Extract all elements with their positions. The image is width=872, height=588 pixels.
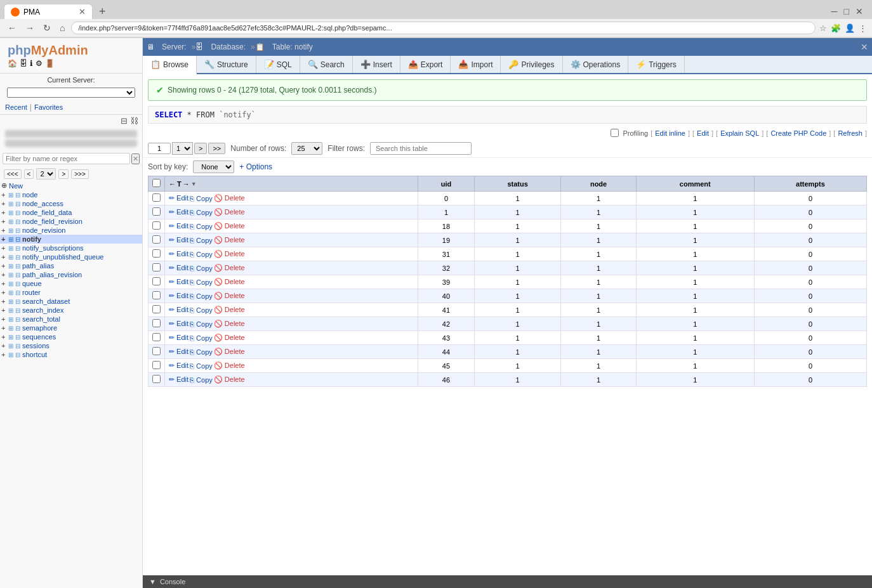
row-checkbox-cell[interactable] (149, 219, 165, 233)
reload-button[interactable]: ↻ (41, 22, 53, 34)
database-breadcrumb[interactable]: Database: (206, 40, 251, 54)
copy-link[interactable]: ⎘ Copy (190, 265, 213, 272)
tree-item-path-alias[interactable]: + ⊞ ⊟ path_alias (0, 261, 142, 270)
node-header[interactable]: node (561, 176, 636, 192)
row-checkbox[interactable] (152, 347, 161, 355)
refresh-link[interactable]: Refresh (838, 129, 862, 137)
delete-link[interactable]: 🚫 Delete (214, 320, 245, 328)
row-checkbox[interactable] (152, 361, 161, 369)
edit-link[interactable]: ✏ Edit (169, 320, 188, 328)
row-checkbox[interactable] (152, 277, 161, 285)
tab-search[interactable]: 🔍Search (300, 56, 353, 73)
profile-icon[interactable]: 👤 (845, 23, 855, 33)
reload-nav-button[interactable]: ⛓ (130, 116, 138, 126)
favorites-tab[interactable]: Favorites (34, 103, 63, 112)
edit-link[interactable]: ✏ Edit (169, 194, 188, 202)
maximize-icon[interactable]: □ (844, 6, 849, 16)
tree-item-sessions[interactable]: + ⊞ ⊟ sessions (0, 341, 142, 350)
tree-page-select[interactable]: 2 (36, 168, 56, 180)
copy-link[interactable]: ⎘ Copy (190, 292, 213, 300)
row-checkbox-cell[interactable] (149, 192, 165, 206)
tree-nav-last-button[interactable]: >>> (71, 169, 89, 179)
copy-link[interactable]: ⎘ Copy (190, 306, 213, 314)
tree-item-node-revision[interactable]: + ⊞ ⊟ node_revision (0, 226, 142, 235)
tree-item-node-access[interactable]: + ⊞ ⊟ node_access (0, 199, 142, 208)
options-link[interactable]: + Options (239, 162, 272, 171)
tab-browse[interactable]: 📋Browse (143, 56, 197, 74)
rows-select[interactable]: 25 50 100 (291, 142, 322, 155)
row-checkbox-cell[interactable] (149, 206, 165, 219)
tab-sql[interactable]: 📝SQL (256, 56, 300, 73)
server-breadcrumb[interactable]: Server: (157, 40, 192, 54)
row-checkbox-cell[interactable] (149, 275, 165, 289)
copy-link[interactable]: ⎘ Copy (190, 223, 213, 230)
tree-item-search-total[interactable]: + ⊞ ⊟ search_total (0, 315, 142, 323)
page-input[interactable] (148, 143, 171, 154)
row-checkbox[interactable] (152, 305, 161, 313)
tree-nav-next-button[interactable]: > (58, 169, 69, 179)
house-icon[interactable]: 🏠 (8, 59, 17, 68)
edit-inline-link[interactable]: Edit inline (655, 129, 685, 137)
tab-triggers[interactable]: ⚡Triggers (628, 56, 685, 73)
tab-close-button[interactable]: ✕ (79, 7, 86, 16)
row-checkbox-cell[interactable] (149, 303, 165, 317)
copy-link[interactable]: ⎘ Copy (190, 362, 213, 370)
tab-privileges[interactable]: 🔑Privileges (501, 56, 562, 73)
tree-item-search-dataset[interactable]: + ⊞ ⊟ search_dataset (0, 297, 142, 306)
address-input[interactable] (71, 22, 816, 34)
row-checkbox[interactable] (152, 193, 161, 202)
page-dropdown[interactable]: 1 (172, 142, 193, 155)
copy-link[interactable]: ⎘ Copy (190, 348, 213, 356)
tree-item-node[interactable]: + ⊞ ⊟ node (0, 190, 142, 199)
copy-link[interactable]: ⎘ Copy (190, 320, 213, 328)
tree-item-sequences[interactable]: + ⊞ ⊟ sequences (0, 332, 142, 341)
tab-structure[interactable]: 🔧Structure (197, 56, 256, 73)
tree-item-notify-subscriptions[interactable]: + ⊞ ⊟ notify_subscriptions (0, 244, 142, 252)
extensions-icon[interactable]: 🧩 (831, 23, 841, 33)
delete-link[interactable]: 🚫 Delete (214, 208, 245, 216)
comment-header[interactable]: comment (636, 176, 754, 192)
row-checkbox[interactable] (152, 375, 161, 383)
edit-link[interactable]: ✏ Edit (169, 208, 188, 216)
delete-link[interactable]: 🚫 Delete (214, 376, 245, 384)
row-checkbox-cell[interactable] (149, 289, 165, 303)
edit-link[interactable]: ✏ Edit (169, 376, 188, 384)
row-checkbox[interactable] (152, 207, 161, 216)
row-checkbox[interactable] (152, 291, 161, 299)
back-button[interactable]: ← (5, 22, 19, 34)
row-checkbox-cell[interactable] (149, 373, 165, 387)
copy-link[interactable]: ⎘ Copy (190, 195, 213, 202)
status-header[interactable]: status (474, 176, 561, 192)
new-tab-button[interactable]: + (95, 5, 110, 18)
delete-link[interactable]: 🚫 Delete (214, 236, 245, 244)
filter-clear-button[interactable]: ✕ (131, 154, 140, 164)
console-bar[interactable]: ▼ Console (143, 575, 872, 588)
table-breadcrumb[interactable]: Table: notify (267, 40, 318, 54)
row-checkbox[interactable] (152, 333, 161, 341)
tree-item-node-field-revision[interactable]: + ⊞ ⊟ node_field_revision (0, 217, 142, 226)
tree-item-router[interactable]: + ⊞ ⊟ router (0, 288, 142, 297)
delete-link[interactable]: 🚫 Delete (214, 348, 245, 356)
delete-link[interactable]: 🚫 Delete (214, 264, 245, 272)
bookmark-icon[interactable]: ☆ (819, 23, 827, 33)
tab-insert[interactable]: ➕Insert (353, 56, 400, 73)
edit-link[interactable]: ✏ Edit (169, 264, 188, 272)
row-checkbox-cell[interactable] (149, 317, 165, 331)
recent-tab[interactable]: Recent (5, 103, 27, 112)
tab-import[interactable]: 📥Import (451, 56, 501, 73)
tree-nav-first-button[interactable]: <<< (4, 169, 22, 179)
delete-link[interactable]: 🚫 Delete (214, 250, 245, 258)
delete-link[interactable]: 🚫 Delete (214, 194, 245, 202)
row-checkbox-cell[interactable] (149, 261, 165, 275)
delete-link[interactable]: 🚫 Delete (214, 278, 245, 286)
delete-link[interactable]: 🚫 Delete (214, 306, 245, 314)
browser-tab[interactable]: PMA ✕ (4, 4, 93, 19)
tree-item-new[interactable]: ⊕ New (0, 181, 142, 190)
tree-item-notify-unpublished-queue[interactable]: + ⊞ ⊟ notify_unpublished_queue (0, 252, 142, 261)
row-checkbox-cell[interactable] (149, 247, 165, 261)
copy-link[interactable]: ⎘ Copy (190, 376, 213, 384)
row-checkbox-cell[interactable] (149, 233, 165, 247)
row-checkbox[interactable] (152, 249, 161, 258)
edit-link[interactable]: ✏ Edit (169, 236, 188, 244)
delete-link[interactable]: 🚫 Delete (214, 292, 245, 300)
